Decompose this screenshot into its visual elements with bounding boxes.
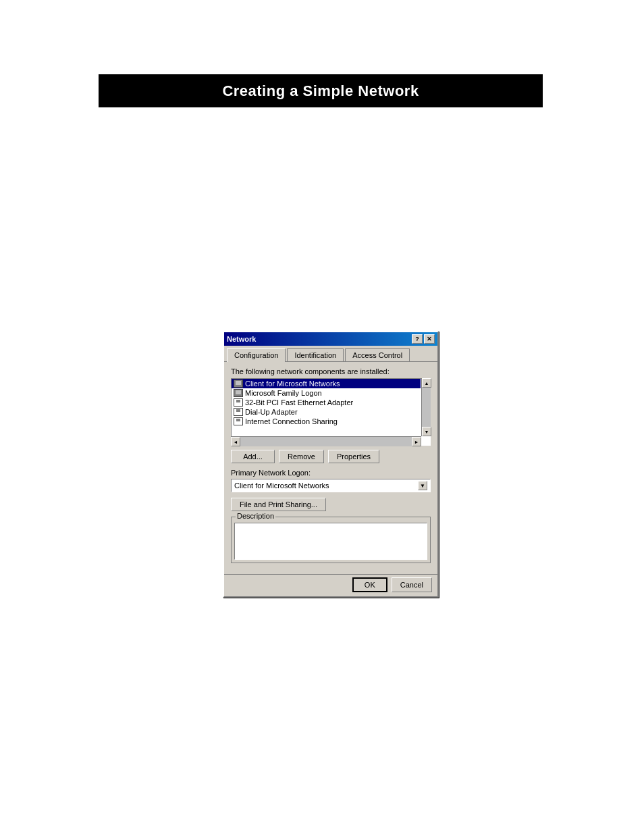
- adapter-icon: [234, 398, 243, 407]
- file-sharing-wrapper: File and Print Sharing...: [231, 498, 431, 511]
- description-box: [234, 523, 427, 560]
- dropdown-arrow-icon: ▼: [418, 481, 427, 490]
- page-title: Creating a Simple Network: [222, 82, 419, 100]
- list-item[interactable]: Internet Connection Sharing: [232, 417, 421, 426]
- vertical-scrollbar[interactable]: ▲ ▼: [421, 378, 431, 436]
- cancel-button[interactable]: Cancel: [392, 577, 432, 592]
- title-bar: Network ? ✕: [224, 332, 437, 346]
- help-button[interactable]: ?: [412, 334, 423, 344]
- dialog-title: Network: [227, 335, 256, 343]
- ok-button[interactable]: OK: [352, 577, 387, 592]
- description-group: Description: [231, 517, 431, 563]
- components-list[interactable]: Client for Microsoft Networks Microsoft …: [231, 378, 431, 446]
- family-logon-icon: [234, 389, 243, 397]
- properties-button[interactable]: Properties: [328, 450, 379, 463]
- list-item[interactable]: 32-Bit PCI Fast Ethernet Adapter: [232, 398, 421, 407]
- file-sharing-button[interactable]: File and Print Sharing...: [231, 498, 326, 511]
- tab-bar: Configuration Identification Access Cont…: [224, 346, 437, 361]
- components-list-wrapper: Client for Microsoft Networks Microsoft …: [231, 378, 431, 446]
- scroll-right-button[interactable]: ►: [412, 437, 421, 446]
- title-bar-buttons: ? ✕: [412, 334, 435, 344]
- tab-access-control[interactable]: Access Control: [345, 348, 410, 361]
- page-header-banner: Creating a Simple Network: [99, 74, 543, 107]
- dialup-icon: [234, 408, 243, 416]
- action-buttons-row: Add... Remove Properties: [231, 450, 431, 463]
- ics-icon: [234, 417, 243, 425]
- tab-identification[interactable]: Identification: [287, 348, 344, 361]
- ok-cancel-row: OK Cancel: [224, 574, 437, 596]
- scroll-track: [422, 388, 431, 427]
- scroll-down-button[interactable]: ▼: [422, 427, 431, 436]
- dialog-window: Network ? ✕ Configuration Identification…: [223, 331, 439, 598]
- client-icon: [234, 380, 243, 388]
- primary-logon-label: Primary Network Logon:: [231, 469, 431, 477]
- components-label: The following network components are ins…: [231, 367, 431, 375]
- horizontal-scrollbar[interactable]: ◄ ►: [231, 436, 421, 446]
- network-dialog: Network ? ✕ Configuration Identification…: [223, 331, 439, 598]
- scroll-left-button[interactable]: ◄: [231, 437, 240, 446]
- description-legend: Description: [236, 512, 275, 520]
- add-button[interactable]: Add...: [231, 450, 275, 463]
- logon-dropdown-value: Client for Microsoft Networks: [234, 481, 329, 490]
- h-scroll-track: [240, 437, 412, 446]
- dialog-content: The following network components are ins…: [224, 361, 437, 574]
- primary-logon-dropdown[interactable]: Client for Microsoft Networks ▼: [231, 479, 431, 492]
- list-item[interactable]: Microsoft Family Logon: [232, 388, 421, 398]
- scroll-up-button[interactable]: ▲: [422, 378, 431, 388]
- tab-configuration[interactable]: Configuration: [227, 348, 286, 362]
- list-item[interactable]: Client for Microsoft Networks: [232, 379, 421, 388]
- close-button[interactable]: ✕: [424, 334, 435, 344]
- list-item[interactable]: Dial-Up Adapter: [232, 407, 421, 417]
- remove-button[interactable]: Remove: [279, 450, 324, 463]
